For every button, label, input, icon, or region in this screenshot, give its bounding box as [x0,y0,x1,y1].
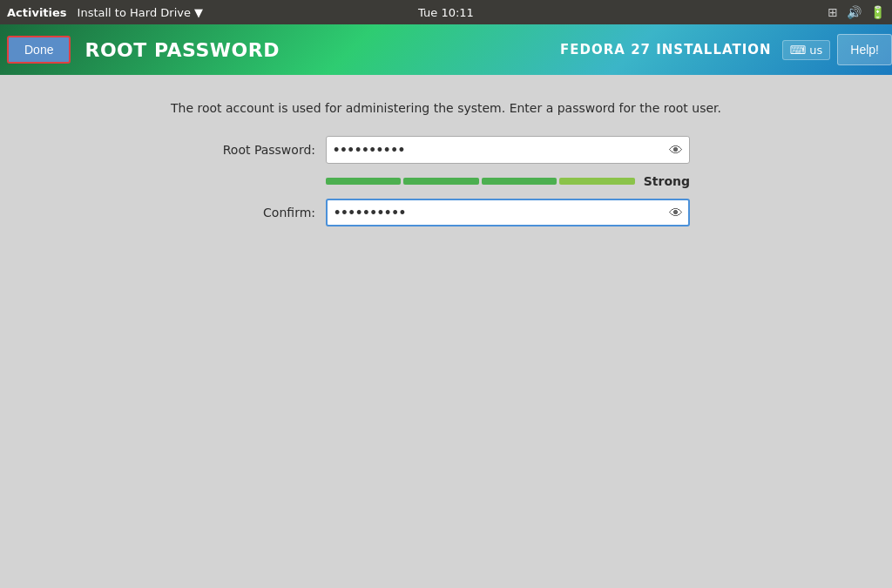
root-password-eye-icon[interactable]: 👁 [669,142,683,159]
fedora-installation-label: FEDORA 27 INSTALLATION [560,42,781,57]
root-password-field-wrapper: 👁 [326,136,690,164]
form-container: Root Password: 👁 Strong Confirm: 👁 [202,136,690,226]
root-password-label: Root Password: [202,143,315,157]
strength-seg-1 [326,178,401,185]
strength-label: Strong [644,174,690,188]
keyboard-indicator[interactable]: ⌨ us [782,40,831,60]
dropdown-icon: ▼ [194,6,203,19]
confirm-eye-icon[interactable]: 👁 [669,205,683,221]
strength-seg-3 [482,178,557,185]
activities-button[interactable]: Activities [7,6,67,19]
header-bar: Done ROOT PASSWORD FEDORA 27 INSTALLATIO… [0,24,892,75]
description-text: The root account is used for administeri… [171,101,721,115]
confirm-row: Confirm: 👁 [202,199,690,226]
install-label: Install to Hard Drive [78,6,191,19]
battery-icon[interactable]: 🔋 [870,5,885,19]
help-button[interactable]: Help! [837,34,892,65]
confirm-field-wrapper: 👁 [326,199,690,226]
volume-icon[interactable]: 🔊 [847,5,862,19]
root-password-row: Root Password: 👁 [202,136,690,164]
done-button[interactable]: Done [7,36,71,64]
strength-bar [326,178,635,185]
network-icon[interactable]: ⊞ [828,5,838,19]
page-title: ROOT PASSWORD [84,39,280,61]
keyboard-layout: us [809,44,822,57]
system-clock: Tue 10:11 [418,6,474,19]
main-content: The root account is used for administeri… [0,75,892,588]
strength-seg-4 [559,178,634,185]
confirm-input[interactable] [326,199,690,226]
keyboard-icon: ⌨ [790,44,807,57]
confirm-label: Confirm: [202,206,315,220]
strength-row: Strong [326,174,690,188]
strength-seg-2 [403,178,478,185]
install-to-hard-drive-button[interactable]: Install to Hard Drive ▼ [78,6,203,19]
root-password-input[interactable] [326,136,690,164]
system-bar: Activities Install to Hard Drive ▼ Tue 1… [0,0,892,24]
